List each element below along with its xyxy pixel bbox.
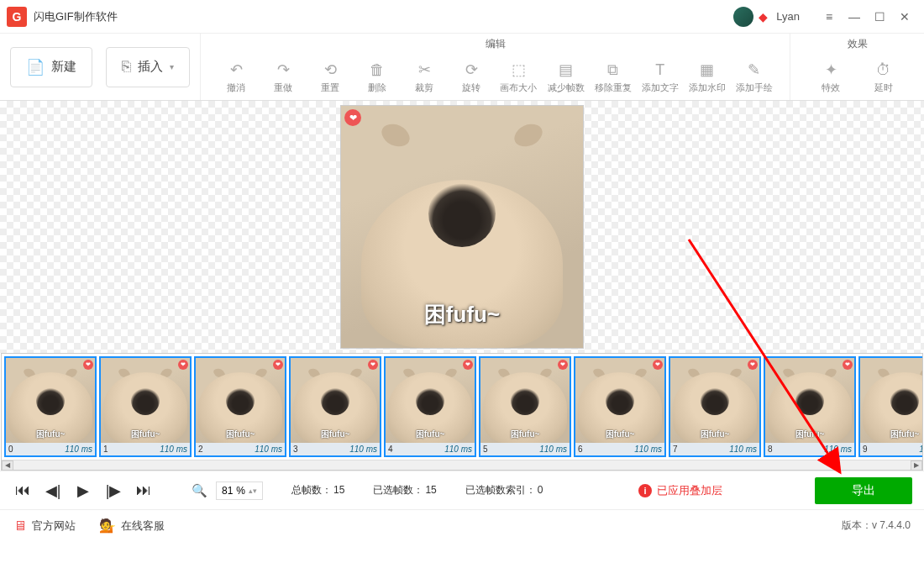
tool-旋转[interactable]: ⟳旋转 xyxy=(453,61,490,94)
frame-duration: 110 ms xyxy=(444,445,472,454)
frame-index: 3 xyxy=(293,445,298,454)
tool-特效[interactable]: ✦特效 xyxy=(812,61,849,94)
tool-移除重复[interactable]: ⧉移除重复 xyxy=(595,61,632,94)
frame-duration: 110 ms xyxy=(634,445,662,454)
frame-strip[interactable]: ❤困fufu~0110 ms❤困fufu~1110 ms❤困fufu~2110 … xyxy=(2,354,922,460)
app-title: 闪电GIF制作软件 xyxy=(34,9,118,24)
selected-frames-stat: 已选帧数：15 xyxy=(373,483,436,497)
frame-caption: 困fufu~ xyxy=(101,429,190,440)
next-frame-button[interactable]: |▶ xyxy=(102,481,124,500)
menu-button[interactable]: ≡ xyxy=(816,4,842,29)
tool-label: 画布大小 xyxy=(500,82,537,94)
tool-减少帧数[interactable]: ▤减少帧数 xyxy=(548,61,585,94)
tool-label: 特效 xyxy=(822,82,840,94)
warning-text: 已应用叠加层 xyxy=(657,483,722,498)
scroll-right-button[interactable]: ▶ xyxy=(911,460,922,471)
player-bar: ⏮ ◀| ▶ |▶ ⏭ 🔍 81 % ▴▾ 总帧数：15 已选帧数：15 已选帧… xyxy=(0,471,924,509)
vip-diamond-icon[interactable]: ◆ xyxy=(759,10,768,24)
tool-删除[interactable]: 🗑删除 xyxy=(359,61,396,94)
last-frame-button[interactable]: ⏭ xyxy=(133,481,155,499)
frame-thumbnail[interactable]: ❤困fufu~7110 ms xyxy=(669,356,761,457)
export-button[interactable]: 导出 xyxy=(815,477,912,504)
tool-裁剪[interactable]: ✂裁剪 xyxy=(406,61,443,94)
scroll-left-button[interactable]: ◀ xyxy=(2,460,13,471)
tool-添加手绘[interactable]: ✎添加手绘 xyxy=(736,61,773,94)
zoom-icon[interactable]: 🔍 xyxy=(192,483,207,498)
tool-icon: 🗑 xyxy=(370,61,385,79)
official-site-link[interactable]: 🖥 官方网站 xyxy=(13,518,76,534)
tool-icon: ✂ xyxy=(418,61,431,79)
frame-duration: 110 ms xyxy=(349,445,377,454)
tool-icon: ⟲ xyxy=(324,61,337,79)
tool-添加文字[interactable]: T添加文字 xyxy=(642,61,679,94)
tool-icon: ⬚ xyxy=(512,61,526,79)
close-button[interactable]: ✕ xyxy=(892,4,917,29)
tool-label: 添加文字 xyxy=(642,82,679,94)
edit-section-label: 编辑 xyxy=(201,34,790,55)
tool-label: 移除重复 xyxy=(595,82,632,94)
frame-duration: 110 ms xyxy=(539,445,567,454)
frame-thumbnail[interactable]: ❤困fufu~9110 ms xyxy=(858,356,922,457)
canvas-area[interactable]: ❤ 困fufu~ xyxy=(0,101,924,353)
frame-thumbnail[interactable]: ❤困fufu~1110 ms xyxy=(99,356,192,457)
app-logo-icon: G xyxy=(7,7,27,27)
username-label[interactable]: Lyan xyxy=(776,10,800,23)
frame-thumbnail[interactable]: ❤困fufu~8110 ms xyxy=(764,356,856,457)
insert-icon: ⎘ xyxy=(122,58,131,76)
frame-index: 7 xyxy=(673,445,678,454)
tool-重置[interactable]: ⟲重置 xyxy=(312,61,349,94)
tool-画布大小[interactable]: ⬚画布大小 xyxy=(500,61,537,94)
frame-caption: 困fufu~ xyxy=(6,429,95,440)
tool-icon: ⧉ xyxy=(607,61,618,79)
frame-thumbnail[interactable]: ❤困fufu~3110 ms xyxy=(289,356,381,457)
first-frame-button[interactable]: ⏮ xyxy=(12,481,34,499)
frame-duration: 110 ms xyxy=(824,445,852,454)
support-link[interactable]: 💁 在线客服 xyxy=(99,518,165,534)
prev-frame-button[interactable]: ◀| xyxy=(42,481,64,500)
tool-重做[interactable]: ↷重做 xyxy=(265,61,302,94)
warning-icon: i xyxy=(638,484,652,497)
effect-section-label: 效果 xyxy=(790,34,924,55)
tool-icon: ↶ xyxy=(230,61,243,79)
frame-thumbnail[interactable]: ❤困fufu~2110 ms xyxy=(194,356,286,457)
frame-thumbnail[interactable]: ❤困fufu~5110 ms xyxy=(479,356,571,457)
frame-index: 1 xyxy=(103,445,108,454)
new-button[interactable]: 📄 新建 xyxy=(10,47,92,87)
play-button[interactable]: ▶ xyxy=(72,481,94,500)
tool-icon: ▦ xyxy=(700,61,714,79)
avatar[interactable] xyxy=(733,7,753,27)
frame-caption: 困fufu~ xyxy=(670,429,759,440)
frame-thumbnail[interactable]: ❤困fufu~6110 ms xyxy=(574,356,666,457)
tool-撤消[interactable]: ↶撤消 xyxy=(218,61,255,94)
frame-index: 0 xyxy=(8,445,13,454)
timeline: ❤困fufu~0110 ms❤困fufu~1110 ms❤困fufu~2110 … xyxy=(1,353,923,471)
new-button-label: 新建 xyxy=(51,59,76,75)
zoom-input[interactable]: 81 % ▴▾ xyxy=(216,481,263,500)
minimize-button[interactable]: — xyxy=(842,4,867,29)
frame-caption: 困fufu~ xyxy=(575,429,664,440)
frame-caption: 困fufu~ xyxy=(765,429,854,440)
zoom-stepper-icon[interactable]: ▴▾ xyxy=(249,487,257,495)
tool-label: 重置 xyxy=(321,82,339,94)
footer: 🖥 官方网站 💁 在线客服 版本：v 7.4.4.0 xyxy=(0,509,924,541)
frame-thumbnail[interactable]: ❤困fufu~4110 ms xyxy=(384,356,476,457)
toolbar-edit-section: 编辑 ↶撤消↷重做⟲重置🗑删除✂裁剪⟳旋转⬚画布大小▤减少帧数⧉移除重复T添加文… xyxy=(200,34,790,100)
insert-button[interactable]: ⎘ 插入 ▾ xyxy=(106,47,190,87)
frame-thumbnail[interactable]: ❤困fufu~0110 ms xyxy=(4,356,97,457)
frame-duration: 110 ms xyxy=(919,445,922,454)
chevron-down-icon: ▾ xyxy=(170,62,174,71)
frame-index: 4 xyxy=(388,445,393,454)
toolbar: 📄 新建 ⎘ 插入 ▾ 编辑 ↶撤消↷重做⟲重置🗑删除✂裁剪⟳旋转⬚画布大小▤减… xyxy=(0,34,924,101)
zoom-suffix: % xyxy=(236,485,245,497)
tool-添加水印[interactable]: ▦添加水印 xyxy=(689,61,726,94)
frame-duration: 110 ms xyxy=(255,445,282,454)
zoom-value: 81 xyxy=(222,485,233,497)
frame-duration: 110 ms xyxy=(160,445,187,454)
maximize-button[interactable]: ☐ xyxy=(867,4,892,29)
frame-index: 9 xyxy=(863,445,868,454)
frame-duration: 110 ms xyxy=(729,445,757,454)
frame-index: 2 xyxy=(198,445,203,454)
timeline-scrollbar[interactable]: ◀ ▶ xyxy=(2,460,922,470)
frame-index: 5 xyxy=(483,445,488,454)
tool-延时[interactable]: ⏱延时 xyxy=(865,61,902,94)
